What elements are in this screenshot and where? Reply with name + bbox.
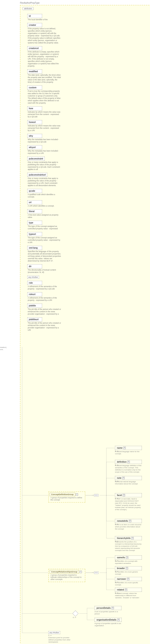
expand-icon[interactable]: + [76,493,78,496]
expand-icon[interactable]: + [123,494,125,496]
el-organisationdetails-desc: A group of properties specific to an org… [94,622,122,627]
expand-icon[interactable]: + [122,477,125,479]
attr-type: typeThe type of the concept assigned as … [27,221,64,230]
attr-qcode-box: qcode [27,189,42,193]
el-name-desc: A natural language name for the concept. [115,450,142,455]
attr-roleuri: roleuriA refinement of the semantics of … [27,292,64,302]
el-note-desc: Additional natural language information … [115,481,142,485]
attr-jobtitleuri-desc: The job title of the person who created … [27,322,62,331]
el-note: note+0..∞Additional natural language inf… [115,476,142,485]
cardinality: 0..∞ [73,616,76,618]
attr-custom-box: custom [27,86,42,90]
attr-literal-desc: A free-text value assigned as property v… [27,214,62,218]
attr-pubconstraint: pubconstraintOne or many constraints tha… [27,157,64,170]
el-definition-desc: A natural language definition of the sem… [115,464,142,473]
attr-type-desc: The type of the concept assigned as cont… [27,225,62,230]
cardinality: 0..∞ [115,523,118,525]
el-persondetails-label: personDetails [96,607,111,609]
el-hierarchyinfo-label: hierarchyInfo [117,537,130,539]
el-name-label: name [117,447,122,449]
cardinality: 0..∞ [115,592,118,594]
attr-dir-box: dir [27,264,42,268]
attr-creator: creatorIf the property value is not defi… [27,23,64,44]
attr-dir: dirThe directionality of textual content… [27,264,64,274]
expand-icon[interactable]: + [112,607,114,609]
attr-jobtitleuri: jobtitleuriThe job title of the person w… [27,318,64,331]
el-facet: facet+0..∞In NAR 1.8 and later, facet is… [115,493,142,511]
attr-qcode: qcodeA qualified code which identifies a… [27,189,64,198]
expand-icon[interactable]: + [127,578,129,580]
el-facet-label: facet [117,494,122,496]
el-related-desc: A related concept, where the relationshi… [115,592,142,599]
cardinality: 0..∞ [115,498,118,500]
el-sameas-label: sameAs [117,556,125,559]
el-broader-desc: An identifier of a more generic concept. [115,571,142,575]
el-remoteinfo-desc: A link to an item or a web resource whic… [115,524,142,530]
el-related: related+0..∞A related concept, where the… [115,588,142,599]
attr-pubconstraint-box: pubconstraint [27,157,45,161]
crg-label: ConceptRelationshipsGroup [50,570,79,574]
attr-jobtitle-desc: The job title of the person who created … [27,308,62,315]
el-persondetails-desc: A set of properties specific to a person [94,611,122,615]
expand-icon[interactable]: + [123,447,126,449]
attr-typeuri-desc: The type of the concept assigned as cont… [27,236,62,244]
el-definition-label: definition [117,461,126,463]
attr-jobtitleuri-box: jobtitleuri [27,318,42,322]
attr-why: whyWhy the metadata has been included - … [27,134,64,143]
expand-icon[interactable]: + [125,588,127,591]
attr-modified: modifiedThe date (and, optionally, the t… [27,70,64,83]
attr-xmllang: xml:langSpecifies the language of this p… [27,246,64,262]
attr-xmllang-box: xml:lang [27,246,42,250]
attr-how-box: how [27,106,42,110]
attr-how: howIndicates by which means the value wa… [27,106,64,118]
attr-role: roleA refinement of the semantics of the… [27,281,64,290]
attr-literal-box: literal [27,209,42,214]
attr-type-box: type [27,221,42,225]
el-organisationdetails-label: organisationDetails [96,619,116,621]
el-narrower-label: narrower [117,578,126,580]
attr-typeuri: typeuriThe type of the concept assigned … [27,232,64,244]
el-narrower: narrower+0..∞An identifier of a more spe… [115,577,142,586]
cardinality: 0..∞ [48,634,52,636]
expand-icon[interactable]: + [126,556,128,559]
attr-how-desc: Indicates by which means the value was e… [27,110,62,118]
expand-icon[interactable]: + [128,461,130,463]
attr-uri: uriA URI which identifies a concept. [27,200,64,207]
attr-roleuri-desc: A refinement of the semantics of the pro… [27,296,62,302]
type-title: FlexAuthorPropType [20,2,150,4]
expand-icon[interactable]: + [131,537,134,539]
attr-pubconstrainturi: pubconstrainturiOne or many constraints … [27,173,64,187]
expand-icon[interactable]: + [117,619,120,621]
attributes-column: idThe local identifier of the creatorIf … [27,14,64,331]
cdg-label: ConceptDefinitionGroup [50,493,75,496]
attr-whyuri-desc: Why the metadata has been included - exp… [27,149,62,154]
attr-any-other: any ##other [27,276,39,279]
attr-creator-desc: If the property value is not defined, sp… [27,27,62,44]
attr-creatoruri-desc: If the attribute is empty, specifies whi… [27,50,62,67]
expand-icon[interactable]: + [126,567,128,570]
choice-connector [72,610,78,616]
el-sameas-desc: An identifier of a concept with equivale… [115,560,142,564]
attr-whyuri: whyuriWhy the metadata has been included… [27,145,64,154]
attr-jobtitle-box: jobtitle [27,304,42,308]
any-other-desc: Extension point for provider-defined pro… [48,637,75,643]
attr-role-desc: A refinement of the semantics of the pro… [27,285,62,290]
cdg-desc: A group of properites required to define… [50,496,84,501]
expand-icon[interactable]: + [129,520,131,522]
attr-id-desc: The local identifier of the [27,18,62,21]
el-hierarchyinfo: hierarchyInfo+0..∞Represents the positio… [115,536,142,552]
expand-icon[interactable]: + [80,571,82,573]
type-container: attributes idThe local identifier of the… [20,5,150,644]
attr-why-box: why [27,134,42,138]
attr-howuri: howuriIndicates by which means the value… [27,120,64,132]
cardinality: 0..∞ [115,570,118,572]
attr-howuri-desc: Indicates by which means the value was e… [27,124,62,132]
attr-id: idThe local identifier of the [27,14,64,21]
el-definition: definition+0..∞A natural language defini… [115,460,142,473]
attr-pubconstrainturi-box: pubconstrainturi [27,173,47,177]
cardinality: 0..∞ [115,540,118,542]
attr-typeuri-box: typeuri [27,232,42,236]
sequence-connector [94,571,99,574]
attr-pubconstraint-desc: One or many constraints that apply to pu… [27,161,62,170]
attr-pubconstrainturi-desc: One or many constraints that apply to pu… [27,177,62,187]
